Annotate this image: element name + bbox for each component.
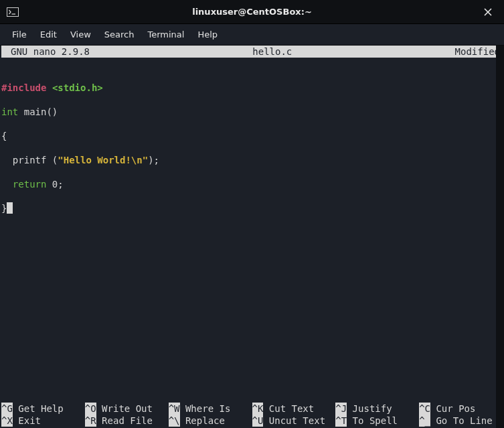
nano-version: GNU nano 2.9.8 <box>1 46 90 58</box>
menu-help[interactable]: Help <box>191 25 224 44</box>
code-include: #include <box>1 82 46 93</box>
nano-shortcut-bar: ^G Get Help ^O Write Out ^W Where Is ^K … <box>1 403 503 427</box>
menu-file[interactable]: File <box>5 25 33 44</box>
menu-edit[interactable]: Edit <box>33 25 64 44</box>
shortcut-to-spell[interactable]: ^T To Spell <box>335 415 419 427</box>
code-printf-pre: printf ( <box>1 155 58 165</box>
close-icon[interactable] <box>479 3 497 21</box>
code-printf-post: ); <box>148 155 159 165</box>
code-return-pre <box>1 179 13 190</box>
shortcut-replace[interactable]: ^\ Replace <box>169 415 252 427</box>
editor-content[interactable]: #include <stdio.h> int main() { printf (… <box>1 58 503 403</box>
window-title: linuxuser@CentOSBox:~ <box>0 7 504 17</box>
nano-filename: hello.c <box>90 46 455 58</box>
code-string: "Hello World!\n" <box>58 155 148 165</box>
menu-view[interactable]: View <box>64 25 98 44</box>
shortcut-go-to-line[interactable]: ^_ Go To Line <box>419 415 503 427</box>
shortcut-uncut-text[interactable]: ^U Uncut Text <box>252 415 336 427</box>
code-header: <stdio.h> <box>52 82 103 93</box>
code-main: main() <box>18 106 58 117</box>
cursor <box>7 202 13 214</box>
code-brace-close: } <box>1 203 7 214</box>
terminal-area[interactable]: GNU nano 2.9.8 hello.c Modified #include… <box>0 46 504 428</box>
code-return-post: 0; <box>46 179 63 190</box>
shortcut-exit[interactable]: ^X Exit <box>1 415 85 427</box>
shortcut-get-help[interactable]: ^G Get Help <box>1 403 85 415</box>
shortcut-read-file[interactable]: ^R Read File <box>85 415 169 427</box>
menubar: File Edit View Search Terminal Help <box>0 24 504 46</box>
shortcut-justify[interactable]: ^J Justify <box>335 403 419 415</box>
titlebar: linuxuser@CentOSBox:~ <box>0 0 504 24</box>
scrollbar[interactable] <box>496 46 504 428</box>
menu-terminal[interactable]: Terminal <box>141 25 191 44</box>
shortcut-cur-pos[interactable]: ^C Cur Pos <box>419 403 503 415</box>
menu-search[interactable]: Search <box>98 25 141 44</box>
code-brace-open: { <box>1 130 503 142</box>
code-type: int <box>1 106 18 117</box>
shortcut-where-is[interactable]: ^W Where Is <box>169 403 252 415</box>
code-return: return <box>13 179 47 190</box>
shortcut-write-out[interactable]: ^O Write Out <box>85 403 169 415</box>
shortcut-cut-text[interactable]: ^K Cut Text <box>252 403 336 415</box>
nano-header: GNU nano 2.9.8 hello.c Modified <box>1 46 503 58</box>
